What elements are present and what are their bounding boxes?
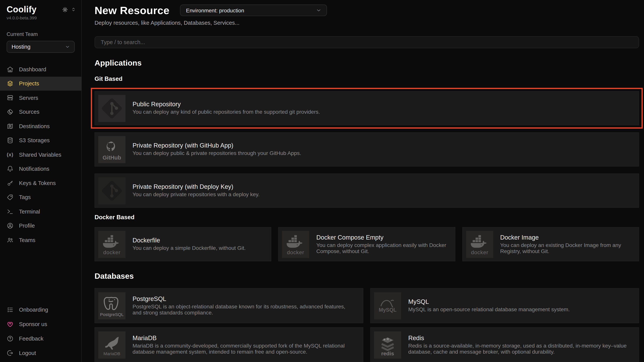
docker-based-heading: Docker Based bbox=[94, 214, 639, 220]
sidebar-item-label: Tags bbox=[19, 194, 31, 200]
theme-toggle-button[interactable] bbox=[62, 6, 68, 13]
server-icon bbox=[7, 94, 14, 101]
docker-logo-text: docker bbox=[103, 249, 120, 255]
card-mariadb[interactable]: MariaDB MariaDB MariaDB is a community-d… bbox=[94, 327, 363, 362]
sidebar-item-dashboard[interactable]: Dashboard bbox=[0, 62, 81, 76]
redis-logo-text: redis bbox=[381, 350, 394, 356]
bell-icon bbox=[7, 166, 14, 173]
postgresql-icon: PostgreSQL bbox=[98, 292, 126, 319]
sidebar-item-profile[interactable]: Profile bbox=[0, 219, 81, 233]
sidebar-item-label: Destinations bbox=[19, 123, 50, 130]
mariadb-logo-text: MariaDB bbox=[104, 351, 120, 356]
tag-icon bbox=[7, 194, 14, 201]
card-title: MariaDB bbox=[132, 335, 356, 341]
sidebar-item-s3-storages[interactable]: S3 Storages bbox=[0, 133, 81, 148]
sidebar-item-logout[interactable]: Logout bbox=[0, 346, 81, 360]
heart-hands-icon bbox=[7, 321, 14, 328]
map-icon bbox=[7, 123, 14, 130]
sidebar-item-label: Dashboard bbox=[19, 66, 46, 72]
database-icon bbox=[7, 137, 14, 144]
sidebar-item-label: Servers bbox=[19, 95, 38, 101]
sidebar-item-label: Shared Variables bbox=[19, 152, 61, 158]
card-title: Docker Image bbox=[500, 234, 631, 240]
databases-heading: Databases bbox=[94, 272, 639, 280]
layers-icon bbox=[7, 80, 14, 87]
chevron-down-icon bbox=[316, 7, 322, 13]
card-private-repository-github-app[interactable]: GitHub Private Repository (with GitHub A… bbox=[94, 132, 639, 167]
page-subtitle: Deploy resources, like Applications, Dat… bbox=[94, 20, 639, 26]
card-title: MySQL bbox=[408, 299, 570, 305]
applications-heading: Applications bbox=[94, 59, 639, 67]
database-card-list: PostgreSQL PostgreSQL PostgreSQL is an o… bbox=[94, 288, 639, 362]
sidebar-item-label: Terminal bbox=[19, 208, 40, 215]
app-logo: Coolify bbox=[7, 4, 36, 14]
card-description: You can deploy a simple Dockerfile, with… bbox=[132, 245, 246, 251]
coolify-app: Coolify v4.0.0-beta.399 Current Team Hos… bbox=[0, 0, 644, 362]
home-icon bbox=[7, 66, 14, 73]
git-source-icon bbox=[7, 109, 14, 116]
sidebar-item-destinations[interactable]: Destinations bbox=[0, 119, 81, 134]
variables-icon: (x) bbox=[7, 152, 14, 158]
sidebar-item-notifications[interactable]: Notifications bbox=[0, 162, 81, 176]
git-icon bbox=[98, 95, 126, 122]
sidebar-item-label: Profile bbox=[19, 223, 35, 229]
sidebar-item-label: Logout bbox=[19, 350, 36, 356]
card-public-repository[interactable]: Public Repository You can deploy any kin… bbox=[94, 91, 639, 125]
sidebar-item-feedback[interactable]: Feedback bbox=[0, 331, 81, 346]
docker-card-list: docker Dockerfile You can deploy a simpl… bbox=[94, 227, 639, 261]
postgresql-logo-text: PostgreSQL bbox=[100, 312, 124, 317]
card-private-repository-deploy-key[interactable]: Private Repository (with Deploy Key) You… bbox=[94, 174, 639, 208]
card-title: Private Repository (with GitHub App) bbox=[132, 142, 301, 149]
theme-mode-select-button[interactable] bbox=[71, 7, 76, 12]
docker-logo-text: docker bbox=[287, 249, 304, 255]
sidebar-item-servers[interactable]: Servers bbox=[0, 91, 81, 105]
sidebar-header: Coolify bbox=[0, 0, 81, 14]
sidebar-item-onboarding[interactable]: Onboarding bbox=[0, 303, 81, 317]
card-redis[interactable]: redis Redis Redis is a source-available,… bbox=[370, 327, 639, 362]
card-description: You can deploy an existing Docker Image … bbox=[500, 242, 631, 254]
users-icon bbox=[7, 236, 14, 244]
environment-select-value: Environment: production bbox=[186, 7, 244, 13]
card-description: You can deploy public & private reposito… bbox=[132, 150, 301, 157]
sidebar: Coolify v4.0.0-beta.399 Current Team Hos… bbox=[0, 0, 82, 362]
mysql-icon: MySQL bbox=[374, 292, 401, 319]
sidebar-item-sponsor-us[interactable]: Sponsor us bbox=[0, 317, 81, 331]
current-team-label: Current Team bbox=[0, 20, 81, 37]
card-wrap-public-repository: Public Repository You can deploy any kin… bbox=[94, 91, 639, 125]
help-circle-icon bbox=[7, 335, 14, 342]
chevrons-up-down-icon bbox=[71, 7, 76, 12]
sidebar-item-label: Onboarding bbox=[19, 307, 48, 313]
sidebar-item-keys-tokens[interactable]: Keys & Tokens bbox=[0, 176, 81, 190]
card-mysql[interactable]: MySQL MySQL MySQL is an open-source rela… bbox=[370, 288, 639, 323]
sidebar-item-label: Sponsor us bbox=[19, 321, 47, 327]
sidebar-item-terminal[interactable]: Terminal bbox=[0, 204, 81, 219]
sidebar-item-teams[interactable]: Teams bbox=[0, 233, 81, 247]
sidebar-item-label: Projects bbox=[19, 80, 39, 87]
main-content: New Resource Environment: production Dep… bbox=[82, 0, 644, 362]
card-docker-image[interactable]: docker Docker Image You can deploy an ex… bbox=[462, 227, 639, 261]
app-version: v4.0.0-beta.399 bbox=[0, 14, 81, 20]
card-description: You can deploy complex application easil… bbox=[316, 242, 447, 254]
card-title: Private Repository (with Deploy Key) bbox=[132, 183, 260, 190]
search-input[interactable] bbox=[94, 36, 639, 48]
environment-select[interactable]: Environment: production bbox=[180, 4, 327, 16]
redis-icon: redis bbox=[374, 331, 401, 359]
sidebar-item-sources[interactable]: Sources bbox=[0, 105, 81, 119]
key-icon bbox=[7, 180, 14, 187]
page-title: New Resource bbox=[94, 4, 170, 16]
sun-icon bbox=[62, 6, 68, 13]
git-based-heading: Git Based bbox=[94, 76, 639, 82]
sidebar-item-tags[interactable]: Tags bbox=[0, 190, 81, 204]
card-dockerfile[interactable]: docker Dockerfile You can deploy a simpl… bbox=[94, 227, 271, 261]
card-docker-compose-empty[interactable]: docker Docker Compose Empty You can depl… bbox=[278, 227, 455, 261]
sidebar-item-shared-variables[interactable]: (x) Shared Variables bbox=[0, 148, 81, 162]
team-select[interactable]: Hosting bbox=[7, 41, 75, 53]
terminal-icon bbox=[7, 208, 14, 215]
card-postgresql[interactable]: PostgreSQL PostgreSQL PostgreSQL is an o… bbox=[94, 288, 363, 323]
github-logo-text: GitHub bbox=[103, 154, 121, 161]
git-icon bbox=[98, 177, 126, 204]
sidebar-item-projects[interactable]: Projects bbox=[0, 76, 81, 91]
sidebar-item-label: Keys & Tokens bbox=[19, 180, 56, 186]
card-description: MariaDB is a community-developed, commer… bbox=[132, 342, 356, 355]
card-title: Redis bbox=[408, 335, 631, 341]
